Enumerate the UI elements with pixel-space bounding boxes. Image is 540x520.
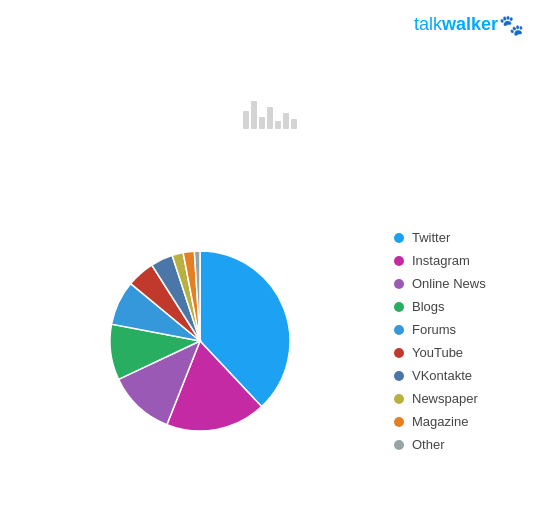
legend-label: Twitter bbox=[412, 230, 450, 245]
legend-dot bbox=[394, 256, 404, 266]
legend-label: Forums bbox=[412, 322, 456, 337]
legend-item: VKontakte bbox=[394, 368, 524, 383]
legend-dot bbox=[394, 233, 404, 243]
chart-bar bbox=[243, 111, 249, 129]
hashtag-visual bbox=[243, 101, 297, 129]
legend-label: VKontakte bbox=[412, 368, 472, 383]
chart-bar bbox=[267, 107, 273, 129]
legend-dot bbox=[394, 440, 404, 450]
legend-item: Blogs bbox=[394, 299, 524, 314]
legend-dot bbox=[394, 394, 404, 404]
chart-bar bbox=[251, 101, 257, 129]
logo-text: talkwalker bbox=[414, 14, 498, 35]
pie-chart-area bbox=[16, 241, 384, 441]
legend: Twitter Instagram Online News Blogs Foru… bbox=[384, 230, 524, 452]
top-section: talkwalker 🐾 bbox=[0, 0, 540, 35]
legend-label: Online News bbox=[412, 276, 486, 291]
chart-bar bbox=[259, 117, 265, 129]
chart-bar bbox=[275, 121, 281, 129]
legend-label: Other bbox=[412, 437, 445, 452]
legend-item: Twitter bbox=[394, 230, 524, 245]
pie-chart bbox=[100, 241, 300, 441]
legend-item: Magazine bbox=[394, 414, 524, 429]
legend-label: Instagram bbox=[412, 253, 470, 268]
legend-label: YouTube bbox=[412, 345, 463, 360]
legend-dot bbox=[394, 417, 404, 427]
legend-item: Online News bbox=[394, 276, 524, 291]
legend-item: Forums bbox=[394, 322, 524, 337]
hashtag-area bbox=[0, 35, 540, 195]
legend-item: YouTube bbox=[394, 345, 524, 360]
talkwalker-logo: talkwalker 🐾 bbox=[414, 14, 524, 35]
chart-bar bbox=[291, 119, 297, 129]
chart-bar bbox=[283, 113, 289, 129]
legend-label: Newspaper bbox=[412, 391, 478, 406]
legend-label: Blogs bbox=[412, 299, 445, 314]
logo-icon: 🐾 bbox=[499, 15, 524, 35]
legend-dot bbox=[394, 279, 404, 289]
legend-dot bbox=[394, 325, 404, 335]
share-content: Twitter Instagram Online News Blogs Foru… bbox=[0, 211, 540, 471]
share-media-label bbox=[0, 195, 540, 211]
legend-item: Other bbox=[394, 437, 524, 452]
legend-item: Instagram bbox=[394, 253, 524, 268]
mini-chart bbox=[243, 101, 297, 129]
legend-label: Magazine bbox=[412, 414, 468, 429]
legend-dot bbox=[394, 371, 404, 381]
legend-dot bbox=[394, 348, 404, 358]
legend-dot bbox=[394, 302, 404, 312]
legend-item: Newspaper bbox=[394, 391, 524, 406]
